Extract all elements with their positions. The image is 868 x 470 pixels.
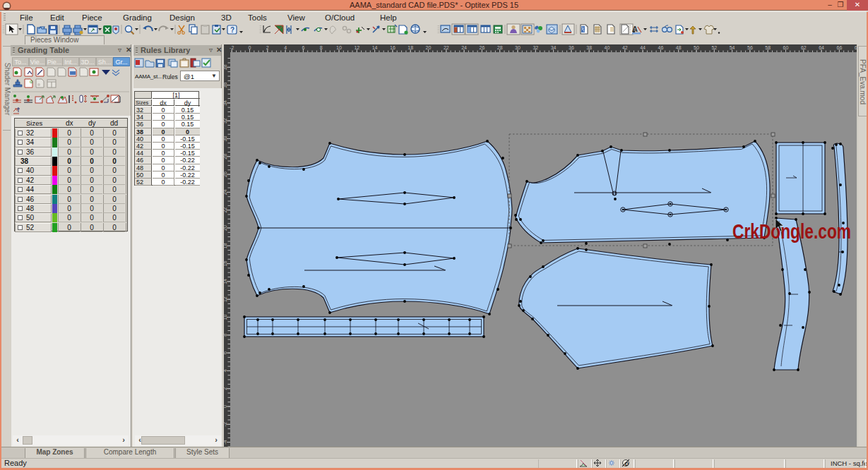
svg-text:0: 0: [222, 405, 227, 408]
svg-text:16: 16: [222, 261, 227, 267]
svg-text:-2: -2: [222, 422, 227, 426]
svg-text:8: 8: [222, 334, 227, 337]
svg-text:12: 12: [354, 45, 359, 50]
svg-text:64: 64: [819, 45, 824, 50]
svg-text:46: 46: [658, 45, 664, 50]
svg-text:30: 30: [515, 45, 521, 50]
svg-text:-2: -2: [230, 45, 234, 50]
svg-text:40: 40: [605, 45, 610, 50]
svg-text:28: 28: [497, 45, 503, 50]
svg-text:18: 18: [222, 243, 227, 248]
svg-text:20: 20: [426, 45, 432, 50]
svg-text:58: 58: [765, 45, 771, 50]
svg-text:6: 6: [222, 351, 227, 354]
svg-text:30: 30: [222, 136, 227, 142]
svg-text:52: 52: [711, 45, 717, 50]
svg-text:28: 28: [222, 154, 227, 159]
svg-text:54: 54: [730, 45, 735, 50]
svg-text:?: ?: [230, 26, 234, 34]
svg-text:22: 22: [222, 207, 227, 213]
svg-text:60: 60: [783, 45, 789, 50]
svg-text:56: 56: [747, 45, 753, 50]
svg-text:66: 66: [837, 45, 843, 50]
svg-text:-4: -4: [222, 440, 227, 444]
svg-text:24: 24: [222, 189, 227, 195]
svg-text:32: 32: [222, 118, 227, 123]
svg-text:2: 2: [222, 387, 227, 390]
svg-text:48: 48: [676, 45, 682, 50]
svg-text:62: 62: [801, 45, 807, 50]
svg-text:10: 10: [222, 315, 227, 320]
svg-text:2: 2: [266, 45, 269, 50]
svg-text:26: 26: [222, 171, 227, 177]
svg-text:14: 14: [372, 45, 378, 50]
svg-text:10: 10: [336, 45, 342, 50]
svg-text:20: 20: [222, 225, 227, 231]
svg-text:16: 16: [390, 45, 396, 50]
svg-text:6: 6: [302, 45, 304, 50]
svg-text:4: 4: [284, 45, 287, 50]
svg-text:32: 32: [533, 45, 538, 50]
svg-text:34: 34: [222, 100, 227, 106]
svg-text:18: 18: [408, 45, 413, 50]
svg-text:26: 26: [480, 45, 485, 50]
svg-text:22: 22: [444, 45, 449, 50]
svg-text:14: 14: [222, 279, 227, 284]
svg-text:50: 50: [694, 45, 699, 50]
svg-text:12: 12: [222, 296, 227, 302]
svg-text:α: α: [30, 79, 32, 84]
svg-text:36: 36: [222, 83, 227, 88]
svg-text:A: A: [632, 25, 638, 33]
svg-text:38: 38: [222, 64, 227, 70]
svg-text:36: 36: [569, 45, 574, 50]
svg-text:44: 44: [640, 45, 646, 50]
svg-text:D: D: [625, 462, 629, 466]
svg-text:4: 4: [222, 369, 227, 372]
svg-text:34: 34: [551, 45, 557, 50]
svg-text:0: 0: [249, 45, 251, 50]
svg-text:CrkDongle.com: CrkDongle.com: [732, 219, 851, 243]
svg-text:24: 24: [461, 45, 467, 50]
svg-text:38: 38: [586, 45, 592, 50]
svg-text:42: 42: [622, 45, 628, 50]
svg-text:8: 8: [320, 45, 323, 50]
